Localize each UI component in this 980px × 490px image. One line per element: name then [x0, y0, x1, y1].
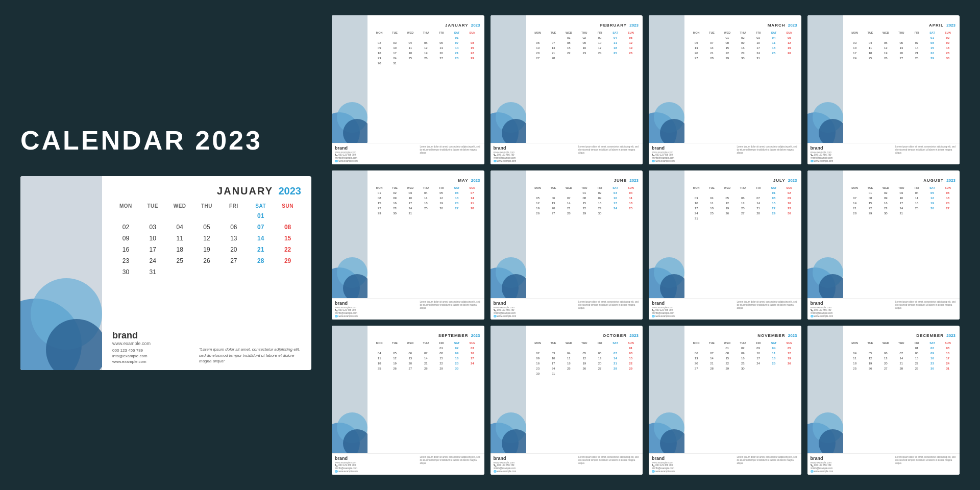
small-day-cell: 12	[863, 356, 878, 360]
small-dh-sun: SUN	[464, 341, 480, 345]
small-day-cell: 05	[781, 346, 797, 350]
small-dh-sun: SUN	[623, 186, 639, 189]
small-day-cell: 04	[704, 195, 719, 200]
small-lorem: Lorem ipsum dolor sit amet, consectetur …	[737, 145, 798, 155]
small-month-header: JANUARY 2023	[372, 19, 480, 29]
small-year: 2023	[470, 333, 480, 338]
small-day-cell	[418, 346, 433, 350]
small-cal-grid: MONTUEWEDTHUFRISATSUN0102030405060708091…	[689, 31, 797, 60]
small-dh-sat: SAT	[449, 186, 464, 189]
small-year: 2023	[787, 23, 797, 28]
small-day-cell: 20	[546, 206, 561, 210]
small-day-cell: 31	[403, 211, 418, 215]
small-day-cell: 08	[863, 195, 878, 200]
small-day-cell: 14	[704, 45, 719, 50]
small-day-cell: 14	[561, 201, 576, 205]
small-dh-tue: TUE	[704, 31, 719, 34]
small-dh-mon: MON	[530, 31, 546, 34]
small-day-cell: 02	[592, 190, 607, 195]
small-week-row: 25262728293031	[847, 366, 956, 371]
small-email: ✉ info@example.com	[494, 312, 517, 314]
small-day-cell	[766, 56, 781, 60]
small-day-cell: 15	[720, 45, 735, 50]
small-week-row: 252627282930	[372, 366, 480, 371]
small-day-cell: 19	[924, 201, 940, 205]
small-dh-fri: FRI	[433, 186, 449, 189]
small-day-cell: 21	[607, 361, 623, 365]
small-day-cell: 05	[577, 351, 592, 355]
small-dh-sun: SUN	[781, 31, 797, 34]
small-day-headers: MONTUEWEDTHUFRISATSUN	[689, 186, 797, 189]
small-dh-thu: THU	[735, 186, 750, 189]
small-day-cell: 18	[372, 361, 387, 365]
dh-sat: SAT	[247, 203, 274, 209]
small-month-name: SEPTEMBER	[438, 333, 469, 338]
small-day-cell: 06	[878, 351, 893, 355]
small-day-cell: 09	[781, 195, 797, 200]
dh-wed: WED	[166, 203, 193, 209]
small-day-cell	[909, 35, 924, 40]
small-dh-thu: THU	[418, 186, 433, 189]
small-week-row: 3031	[372, 61, 480, 65]
small-day-cell: 17	[940, 356, 955, 360]
small-month-header: SEPTEMBER 2023	[372, 330, 480, 339]
small-email: ✉ info@example.com	[335, 157, 358, 159]
small-day-cell: 17	[592, 45, 607, 50]
small-phone: 📞 000 123 456 789	[494, 464, 517, 467]
small-day-cell: 22	[577, 206, 592, 210]
small-day-cell: 03	[940, 346, 955, 350]
small-dh-tue: TUE	[863, 186, 878, 189]
small-web: 🌐 www.example.com	[652, 470, 675, 473]
small-day-cell: 24	[750, 51, 766, 55]
small-day-cell: 10	[940, 351, 955, 355]
small-day-cell: 19	[781, 356, 797, 360]
small-day-cell: 06	[940, 190, 955, 195]
small-calendar-top: FEBRUARY 2023MONTUEWEDTHUFRISATSUN010203…	[491, 15, 643, 143]
small-day-cell: 17	[894, 201, 909, 205]
small-day-cell	[530, 35, 546, 40]
small-month-header: MARCH 2023	[689, 19, 797, 29]
small-week-row: 21222324252627	[847, 206, 956, 210]
small-week-row: 11121314151617	[847, 356, 956, 360]
small-day-cell: 09	[372, 45, 387, 50]
small-week-row: 03040506070809	[847, 40, 956, 45]
small-day-headers: MONTUEWEDTHUFRISATSUN	[372, 31, 480, 34]
small-dh-fri: FRI	[592, 341, 607, 345]
small-day-cell	[418, 211, 433, 215]
small-day-cell: 28	[750, 211, 766, 215]
small-dh-fri: FRI	[750, 341, 766, 345]
small-day-cell: 25	[561, 366, 576, 371]
small-day-cell: 30	[924, 366, 940, 371]
small-day-cell: 18	[623, 201, 639, 205]
small-bottom-section: brand www.example.com 📞 000 123 456 789 …	[491, 298, 643, 320]
small-day-cell: 10	[847, 45, 863, 50]
small-day-cell: 23	[735, 361, 750, 365]
small-day-cell: 08	[433, 351, 449, 355]
small-dh-fri: FRI	[592, 186, 607, 189]
small-bottom-section: brand www.example.com 📞 000 123 456 789 …	[649, 453, 801, 475]
small-lorem: Lorem ipsum dolor sit amet, consectetur …	[737, 456, 798, 465]
small-day-cell: 02	[735, 35, 750, 40]
small-week-row: 31	[689, 216, 797, 220]
small-phone: 📞 000 123 456 789	[811, 154, 834, 156]
small-day-cell	[449, 61, 464, 65]
small-day-cell	[704, 190, 719, 195]
small-day-cell: 16	[592, 201, 607, 205]
small-year: 2023	[945, 23, 955, 28]
small-day-cell: 04	[607, 35, 623, 40]
small-weeks: 0102030405060708091011121314151617181920…	[372, 190, 480, 215]
small-week-row: 05060708091011	[530, 195, 639, 200]
small-day-cell: 08	[924, 40, 940, 45]
small-day-cell: 06	[735, 195, 750, 200]
small-day-cell: 17	[847, 51, 863, 55]
small-day-cell	[561, 346, 576, 350]
large-weeks: 0102030405060708091011121314151617181920…	[112, 211, 301, 277]
large-month-header: JANUARY 2023	[112, 185, 301, 197]
small-week-row: 16171819202122	[372, 51, 480, 55]
small-deco	[332, 170, 368, 298]
small-day-cell	[607, 211, 623, 215]
small-day-cell: 16	[530, 361, 546, 365]
small-day-cell: 19	[577, 361, 592, 365]
small-day-cell: 07	[704, 40, 719, 45]
small-day-cell: 24	[689, 211, 704, 215]
